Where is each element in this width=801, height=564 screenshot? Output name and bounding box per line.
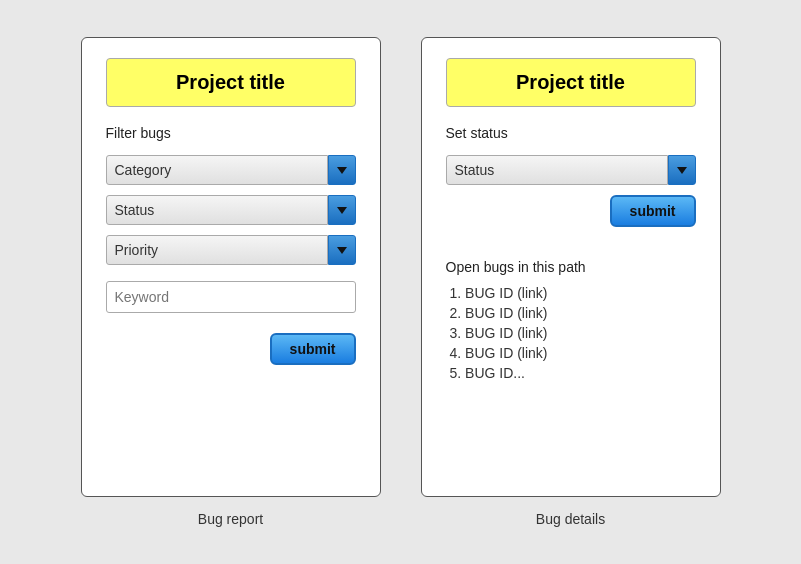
status-row: Status — [106, 195, 356, 225]
list-item: 3. BUG ID (link) — [450, 325, 548, 341]
right-status-arrow-button[interactable] — [668, 155, 696, 185]
bug-report-caption: Bug report — [198, 511, 263, 527]
set-status-label: Set status — [446, 125, 508, 141]
priority-select[interactable]: Priority — [106, 235, 328, 265]
category-chevron-down-icon — [337, 167, 347, 174]
category-row: Category — [106, 155, 356, 185]
status-arrow-button[interactable] — [328, 195, 356, 225]
bug-details-wrapper: Project title Set status Status submit O… — [421, 37, 721, 527]
priority-row: Priority — [106, 235, 356, 265]
right-status-select[interactable]: Status — [446, 155, 668, 185]
right-submit-button[interactable]: submit — [610, 195, 696, 227]
status-chevron-down-icon — [337, 207, 347, 214]
list-item: 2. BUG ID (link) — [450, 305, 548, 321]
left-submit-button[interactable]: submit — [270, 333, 356, 365]
category-arrow-button[interactable] — [328, 155, 356, 185]
right-status-chevron-down-icon — [677, 167, 687, 174]
bug-report-wrapper: Project title Filter bugs Category Statu… — [81, 37, 381, 527]
left-project-title: Project title — [106, 58, 356, 107]
category-select[interactable]: Category — [106, 155, 328, 185]
open-bugs-label: Open bugs in this path — [446, 259, 586, 275]
priority-chevron-down-icon — [337, 247, 347, 254]
bug-details-panel: Project title Set status Status submit O… — [421, 37, 721, 497]
right-project-title: Project title — [446, 58, 696, 107]
list-item: 5. BUG ID... — [450, 365, 548, 381]
list-item: 1. BUG ID (link) — [450, 285, 548, 301]
right-status-row: Status — [446, 155, 696, 185]
keyword-input[interactable] — [106, 281, 356, 313]
priority-arrow-button[interactable] — [328, 235, 356, 265]
bug-report-panel: Project title Filter bugs Category Statu… — [81, 37, 381, 497]
list-item: 4. BUG ID (link) — [450, 345, 548, 361]
main-container: Project title Filter bugs Category Statu… — [61, 17, 741, 547]
status-select[interactable]: Status — [106, 195, 328, 225]
filter-bugs-label: Filter bugs — [106, 125, 171, 141]
bug-list: 1. BUG ID (link)2. BUG ID (link)3. BUG I… — [446, 285, 548, 385]
bug-details-caption: Bug details — [536, 511, 605, 527]
